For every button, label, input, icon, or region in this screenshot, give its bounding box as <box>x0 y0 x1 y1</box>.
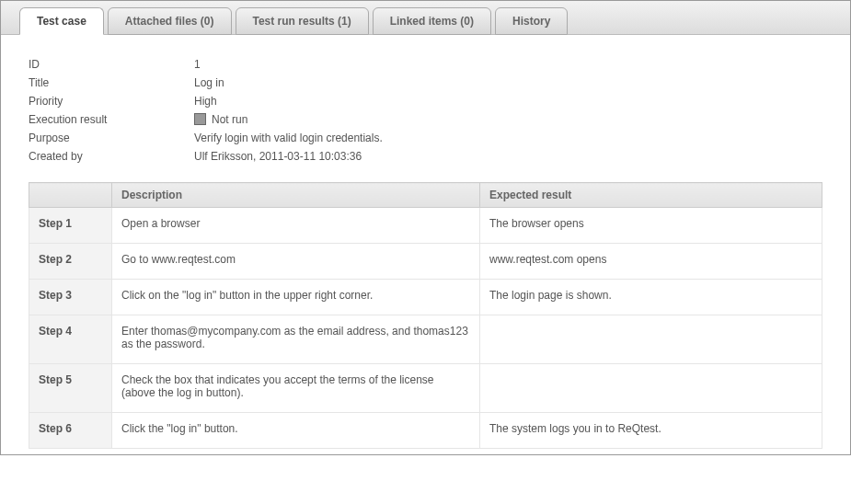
col-header-step <box>29 183 112 208</box>
step-expected <box>480 364 822 413</box>
table-row: Step 2Go to www.reqtest.comwww.reqtest.c… <box>29 244 822 280</box>
col-header-expected: Expected result <box>480 183 822 208</box>
table-row: Step 6Click the "log in" button.The syst… <box>29 413 822 449</box>
execution-result-text: Not run <box>212 113 247 126</box>
metadata-block: ID 1 Title Log in Priority High Executio… <box>29 55 822 166</box>
test-case-panel: Test case Attached files (0) Test run re… <box>0 0 851 455</box>
table-row: Step 4Enter thomas@mycompany.com as the … <box>29 315 822 364</box>
meta-row-title: Title Log in <box>29 74 822 92</box>
step-name: Step 2 <box>29 244 112 280</box>
steps-table: Description Expected result Step 1Open a… <box>29 182 822 449</box>
step-name: Step 6 <box>29 413 112 449</box>
meta-row-priority: Priority High <box>29 92 822 110</box>
table-row: Step 5Check the box that indicates you a… <box>29 364 822 413</box>
tab-history[interactable]: History <box>495 7 568 35</box>
meta-value-title: Log in <box>194 76 224 89</box>
step-description: Enter thomas@mycompany.com as the email … <box>112 315 480 364</box>
step-description: Go to www.reqtest.com <box>112 244 480 280</box>
meta-row-execution-result: Execution result Not run <box>29 110 822 129</box>
meta-label-id: ID <box>29 58 194 71</box>
status-not-run-icon <box>194 113 206 125</box>
step-description: Click on the "log in" button in the uppe… <box>112 280 480 315</box>
meta-row-created-by: Created by Ulf Eriksson, 2011-03-11 10:0… <box>29 147 822 166</box>
step-name: Step 3 <box>29 280 112 315</box>
meta-label-title: Title <box>29 76 194 89</box>
meta-value-purpose: Verify login with valid login credential… <box>194 132 383 144</box>
meta-value-priority: High <box>194 95 217 108</box>
step-name: Step 5 <box>29 364 112 413</box>
tab-strip: Test case Attached files (0) Test run re… <box>1 1 850 35</box>
tab-linked-items[interactable]: Linked items (0) <box>373 7 491 35</box>
meta-value-id: 1 <box>194 58 201 71</box>
step-expected: The browser opens <box>480 208 822 244</box>
table-row: Step 1Open a browserThe browser opens <box>29 208 822 244</box>
meta-value-created-by: Ulf Eriksson, 2011-03-11 10:03:36 <box>194 150 362 163</box>
tab-test-run-results[interactable]: Test run results (1) <box>236 7 369 35</box>
step-description: Click the "log in" button. <box>112 413 480 449</box>
meta-label-priority: Priority <box>29 95 194 108</box>
step-expected <box>480 315 822 364</box>
step-description: Check the box that indicates you accept … <box>112 364 480 413</box>
step-expected: The system logs you in to ReQtest. <box>480 413 822 449</box>
tab-panel-body: ID 1 Title Log in Priority High Executio… <box>1 35 850 454</box>
table-row: Step 3Click on the "log in" button in th… <box>29 280 822 315</box>
tab-test-case[interactable]: Test case <box>19 7 104 35</box>
step-name: Step 4 <box>29 315 112 364</box>
meta-label-purpose: Purpose <box>29 132 194 144</box>
step-description: Open a browser <box>112 208 480 244</box>
meta-label-execution-result: Execution result <box>29 113 194 126</box>
col-header-description: Description <box>112 183 480 208</box>
step-name: Step 1 <box>29 208 112 244</box>
meta-row-id: ID 1 <box>29 55 822 74</box>
steps-header-row: Description Expected result <box>29 183 822 208</box>
step-expected: The login page is shown. <box>480 280 822 315</box>
meta-label-created-by: Created by <box>29 150 194 163</box>
meta-value-execution-result: Not run <box>194 113 247 126</box>
step-expected: www.reqtest.com opens <box>480 244 822 280</box>
tab-attached-files[interactable]: Attached files (0) <box>108 7 232 35</box>
meta-row-purpose: Purpose Verify login with valid login cr… <box>29 129 822 147</box>
